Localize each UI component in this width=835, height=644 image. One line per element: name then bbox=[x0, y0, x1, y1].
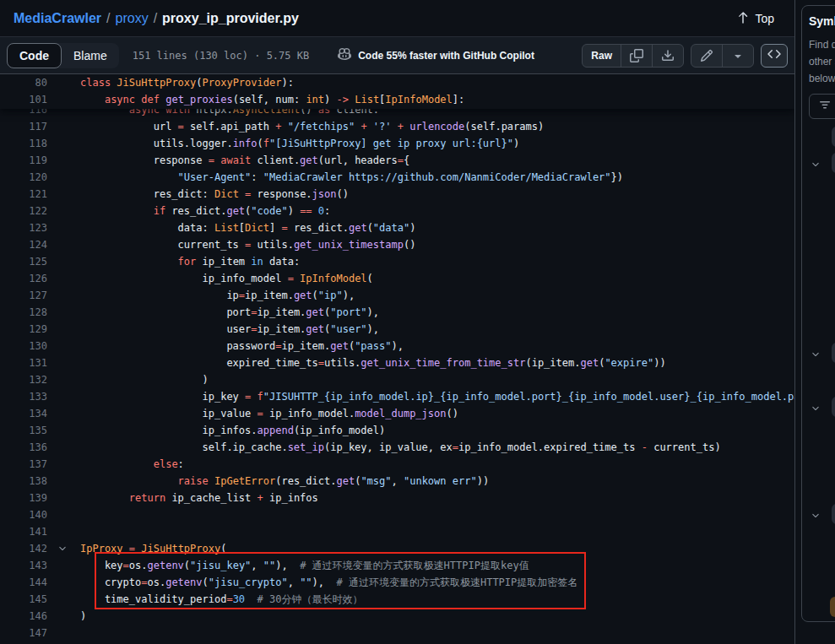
gutter bbox=[47, 321, 80, 338]
line-number[interactable]: 141 bbox=[0, 523, 47, 540]
copy-icon bbox=[630, 49, 643, 62]
line-number[interactable]: 144 bbox=[0, 574, 47, 591]
symbol-item[interactable] bbox=[832, 127, 835, 147]
gutter bbox=[47, 574, 80, 591]
line-number[interactable]: 119 bbox=[0, 152, 47, 169]
line-number[interactable]: 118 bbox=[0, 135, 47, 152]
gutter bbox=[47, 270, 80, 287]
code-text: expired_time_ts=utils.get_unix_time_from… bbox=[80, 354, 666, 371]
chevron-down-icon[interactable] bbox=[811, 509, 821, 524]
tab-blame[interactable]: Blame bbox=[62, 43, 119, 68]
file-meta-info: 151 lines (130 loc) · 5.75 KB bbox=[133, 50, 310, 62]
line-number[interactable]: 130 bbox=[0, 338, 47, 354]
line-number[interactable]: 121 bbox=[0, 186, 47, 203]
code-text: else: bbox=[80, 456, 184, 473]
line-number[interactable]: 125 bbox=[0, 253, 47, 270]
line-number[interactable]: 132 bbox=[0, 371, 47, 388]
line-number[interactable]: 138 bbox=[0, 473, 47, 490]
chevron-down-icon[interactable] bbox=[811, 402, 821, 417]
line-number[interactable]: 122 bbox=[0, 203, 47, 219]
symbols-pane-region: Symbols Find definitions and references … bbox=[794, 0, 835, 644]
symbols-toggle-button[interactable] bbox=[761, 44, 788, 68]
line-number[interactable]: 123 bbox=[0, 219, 47, 236]
symbol-item[interactable] bbox=[832, 153, 835, 173]
breadcrumb-separator: / bbox=[154, 11, 157, 26]
line-number[interactable]: 129 bbox=[0, 321, 47, 338]
code-line-130: 130 password=ip_item.get("pass"), bbox=[0, 338, 794, 354]
breadcrumb: MediaCrawler / proxy / proxy_ip_provider… bbox=[14, 11, 299, 26]
gutter bbox=[47, 591, 80, 608]
code-line-142: 142IpProxy = JiSuHttpProxy( bbox=[0, 540, 794, 557]
line-number[interactable]: 80 bbox=[0, 74, 47, 91]
back-to-top-label: Top bbox=[755, 12, 774, 25]
line-number[interactable]: 145 bbox=[0, 591, 47, 608]
code-lines: 116 async with httpx.AsyncClient() as cl… bbox=[0, 74, 794, 641]
line-number[interactable]: 139 bbox=[0, 490, 47, 506]
code-line-138: 138 raise IpGetError(res_dict.get("msg",… bbox=[0, 473, 794, 490]
code-text: time_validity_period=30 # 30分钟（最长时效） bbox=[80, 591, 362, 608]
code-text: ) bbox=[80, 608, 86, 625]
code-text: user=ip_item.get("user"), bbox=[80, 321, 379, 338]
line-number[interactable]: 131 bbox=[0, 354, 47, 371]
line-number[interactable]: 126 bbox=[0, 270, 47, 287]
gutter bbox=[47, 439, 80, 456]
line-number[interactable]: 136 bbox=[0, 439, 47, 456]
breadcrumb-repo-link[interactable]: MediaCrawler bbox=[14, 11, 101, 26]
code-text: return ip_cache_list + ip_infos bbox=[80, 490, 318, 506]
line-number[interactable]: 120 bbox=[0, 169, 47, 186]
edit-button[interactable] bbox=[691, 45, 722, 67]
code-text: ip_info_model = IpInfoModel( bbox=[80, 270, 373, 287]
code-line-120: 120 "User-Agent": "MediaCrawler https://… bbox=[0, 169, 794, 186]
chevron-down-icon[interactable] bbox=[811, 158, 821, 173]
back-to-top-button[interactable]: Top bbox=[729, 7, 781, 30]
edit-dropdown-button[interactable] bbox=[722, 45, 753, 67]
breadcrumb-file-name: proxy_ip_provider.py bbox=[162, 11, 299, 26]
line-number[interactable]: 146 bbox=[0, 608, 47, 625]
code-symbols-icon bbox=[767, 47, 781, 64]
code-text: key=os.getenv("jisu_key", ""), # 通过环境变量的… bbox=[80, 557, 529, 574]
code-text: ip_infos.append(ip_info_model) bbox=[80, 422, 385, 439]
arrow-up-icon bbox=[736, 10, 750, 26]
code-line-127: 127 ip=ip_item.get("ip"), bbox=[0, 287, 794, 304]
raw-button[interactable]: Raw bbox=[583, 45, 621, 67]
line-number[interactable]: 143 bbox=[0, 557, 47, 574]
line-number[interactable]: 101 bbox=[0, 91, 47, 108]
line-number[interactable]: 127 bbox=[0, 287, 47, 304]
symbol-item[interactable] bbox=[832, 504, 835, 524]
symbol-item[interactable] bbox=[832, 397, 835, 417]
code-text: async def get_proxies(self, num: int) ->… bbox=[80, 91, 464, 108]
line-number[interactable]: 147 bbox=[0, 625, 47, 641]
download-button[interactable] bbox=[652, 45, 683, 67]
line-number[interactable]: 140 bbox=[0, 506, 47, 523]
line-number[interactable]: 135 bbox=[0, 422, 47, 439]
line-number[interactable]: 137 bbox=[0, 456, 47, 473]
line-number[interactable]: 134 bbox=[0, 405, 47, 422]
collapse-chevron-down-icon[interactable] bbox=[47, 540, 80, 557]
code-line-131: 131 expired_time_ts=utils.get_unix_time_… bbox=[0, 354, 794, 371]
gutter bbox=[47, 625, 80, 641]
line-number[interactable]: 117 bbox=[0, 118, 47, 135]
line-number[interactable]: 142 bbox=[0, 540, 47, 557]
symbol-item[interactable] bbox=[832, 343, 835, 363]
symbols-description-line: Find definitions and references for func… bbox=[809, 36, 835, 53]
copy-button[interactable] bbox=[621, 45, 652, 67]
symbols-description-line: below. bbox=[809, 70, 835, 87]
code-text: url = self.api_path + "/fetchips" + '?' … bbox=[80, 118, 544, 135]
code-line-137: 137 else: bbox=[0, 456, 794, 473]
line-number[interactable]: 133 bbox=[0, 388, 47, 405]
code-line-124: 124 current_ts = utils.get_unix_timestam… bbox=[0, 236, 794, 253]
symbols-panel-title: Symbols bbox=[809, 14, 835, 28]
gutter bbox=[47, 253, 80, 270]
breadcrumb-folder-link[interactable]: proxy bbox=[116, 11, 149, 26]
tab-code[interactable]: Code bbox=[7, 43, 62, 68]
chevron-down-icon[interactable] bbox=[811, 348, 821, 363]
gutter bbox=[47, 304, 80, 321]
line-number[interactable]: 124 bbox=[0, 236, 47, 253]
line-number[interactable]: 128 bbox=[0, 304, 47, 321]
code-text: if res_dict.get("code") == 0: bbox=[80, 203, 330, 219]
code-text: ip=ip_item.get("ip"), bbox=[80, 287, 355, 304]
copilot-banner[interactable]: Code 55% faster with GitHub Copilot bbox=[338, 47, 534, 63]
symbols-filter-input[interactable] bbox=[809, 94, 835, 119]
raw-copy-download-group: Raw bbox=[582, 44, 684, 68]
symbol-item[interactable] bbox=[830, 597, 835, 617]
